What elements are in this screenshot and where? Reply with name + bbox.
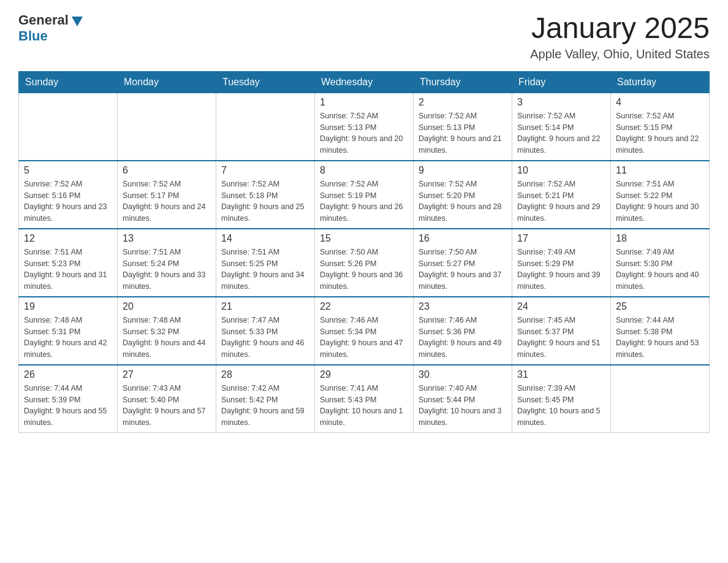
logo-triangle-icon bbox=[70, 14, 84, 28]
calendar-cell: 1Sunrise: 7:52 AMSunset: 5:13 PMDaylight… bbox=[315, 93, 414, 161]
calendar-header-friday: Friday bbox=[512, 71, 611, 93]
day-info: Sunrise: 7:49 AMSunset: 5:30 PMDaylight:… bbox=[616, 247, 704, 293]
calendar-cell bbox=[19, 93, 118, 161]
day-number: 17 bbox=[517, 233, 605, 244]
title-section: January 2025 Apple Valley, Ohio, United … bbox=[530, 12, 710, 61]
day-info: Sunrise: 7:45 AMSunset: 5:37 PMDaylight:… bbox=[517, 315, 605, 361]
day-number: 3 bbox=[517, 97, 605, 108]
day-number: 25 bbox=[616, 301, 704, 312]
calendar-cell: 31Sunrise: 7:39 AMSunset: 5:45 PMDayligh… bbox=[512, 365, 611, 433]
day-info: Sunrise: 7:40 AMSunset: 5:44 PMDaylight:… bbox=[419, 383, 507, 429]
calendar-header-saturday: Saturday bbox=[611, 71, 710, 93]
calendar-header-wednesday: Wednesday bbox=[315, 71, 414, 93]
day-info: Sunrise: 7:39 AMSunset: 5:45 PMDaylight:… bbox=[517, 383, 605, 429]
calendar-cell bbox=[118, 93, 216, 161]
day-info: Sunrise: 7:51 AMSunset: 5:25 PMDaylight:… bbox=[221, 247, 309, 293]
day-info: Sunrise: 7:52 AMSunset: 5:17 PMDaylight:… bbox=[123, 178, 211, 224]
day-info: Sunrise: 7:43 AMSunset: 5:40 PMDaylight:… bbox=[123, 383, 211, 429]
calendar-cell: 15Sunrise: 7:50 AMSunset: 5:26 PMDayligh… bbox=[315, 229, 414, 297]
calendar-cell: 13Sunrise: 7:51 AMSunset: 5:24 PMDayligh… bbox=[118, 229, 216, 297]
day-info: Sunrise: 7:49 AMSunset: 5:29 PMDaylight:… bbox=[517, 247, 605, 293]
day-number: 26 bbox=[24, 369, 112, 380]
day-number: 31 bbox=[517, 369, 605, 380]
calendar-cell bbox=[611, 365, 710, 433]
calendar-cell: 8Sunrise: 7:52 AMSunset: 5:19 PMDaylight… bbox=[315, 161, 414, 229]
day-number: 5 bbox=[24, 165, 112, 176]
calendar-week-row: 5Sunrise: 7:52 AMSunset: 5:16 PMDaylight… bbox=[19, 161, 710, 229]
svg-marker-0 bbox=[72, 17, 83, 26]
calendar-cell: 24Sunrise: 7:45 AMSunset: 5:37 PMDayligh… bbox=[512, 297, 611, 365]
day-info: Sunrise: 7:52 AMSunset: 5:15 PMDaylight:… bbox=[616, 110, 704, 156]
calendar-cell: 3Sunrise: 7:52 AMSunset: 5:14 PMDaylight… bbox=[512, 93, 611, 161]
calendar-cell: 19Sunrise: 7:48 AMSunset: 5:31 PMDayligh… bbox=[19, 297, 118, 365]
calendar-header-thursday: Thursday bbox=[414, 71, 512, 93]
day-info: Sunrise: 7:44 AMSunset: 5:38 PMDaylight:… bbox=[616, 315, 704, 361]
day-info: Sunrise: 7:52 AMSunset: 5:19 PMDaylight:… bbox=[320, 178, 408, 224]
logo: General Blue bbox=[18, 12, 84, 44]
calendar-cell: 20Sunrise: 7:48 AMSunset: 5:32 PMDayligh… bbox=[118, 297, 216, 365]
calendar-cell: 7Sunrise: 7:52 AMSunset: 5:18 PMDaylight… bbox=[216, 161, 315, 229]
day-info: Sunrise: 7:50 AMSunset: 5:27 PMDaylight:… bbox=[419, 247, 507, 293]
calendar-cell: 6Sunrise: 7:52 AMSunset: 5:17 PMDaylight… bbox=[118, 161, 216, 229]
day-number: 16 bbox=[419, 233, 507, 244]
calendar-cell: 5Sunrise: 7:52 AMSunset: 5:16 PMDaylight… bbox=[19, 161, 118, 229]
day-number: 4 bbox=[616, 97, 704, 108]
month-title: January 2025 bbox=[530, 12, 710, 45]
calendar-cell: 26Sunrise: 7:44 AMSunset: 5:39 PMDayligh… bbox=[19, 365, 118, 433]
day-number: 20 bbox=[123, 301, 211, 312]
calendar-header-tuesday: Tuesday bbox=[216, 71, 315, 93]
day-number: 30 bbox=[419, 369, 507, 380]
calendar-cell: 28Sunrise: 7:42 AMSunset: 5:42 PMDayligh… bbox=[216, 365, 315, 433]
day-number: 24 bbox=[517, 301, 605, 312]
day-number: 9 bbox=[419, 165, 507, 176]
day-number: 22 bbox=[320, 301, 408, 312]
calendar-week-row: 1Sunrise: 7:52 AMSunset: 5:13 PMDaylight… bbox=[19, 93, 710, 161]
calendar-table: SundayMondayTuesdayWednesdayThursdayFrid… bbox=[18, 71, 710, 433]
day-info: Sunrise: 7:51 AMSunset: 5:23 PMDaylight:… bbox=[24, 247, 112, 293]
location-subtitle: Apple Valley, Ohio, United States bbox=[530, 47, 710, 61]
calendar-cell: 25Sunrise: 7:44 AMSunset: 5:38 PMDayligh… bbox=[611, 297, 710, 365]
day-info: Sunrise: 7:52 AMSunset: 5:18 PMDaylight:… bbox=[221, 178, 309, 224]
day-info: Sunrise: 7:47 AMSunset: 5:33 PMDaylight:… bbox=[221, 315, 309, 361]
day-number: 27 bbox=[123, 369, 211, 380]
calendar-cell: 29Sunrise: 7:41 AMSunset: 5:43 PMDayligh… bbox=[315, 365, 414, 433]
calendar-cell: 22Sunrise: 7:46 AMSunset: 5:34 PMDayligh… bbox=[315, 297, 414, 365]
logo-blue-text: Blue bbox=[18, 28, 48, 44]
day-info: Sunrise: 7:52 AMSunset: 5:14 PMDaylight:… bbox=[517, 110, 605, 156]
day-info: Sunrise: 7:52 AMSunset: 5:13 PMDaylight:… bbox=[320, 110, 408, 156]
day-number: 14 bbox=[221, 233, 309, 244]
calendar-cell: 30Sunrise: 7:40 AMSunset: 5:44 PMDayligh… bbox=[414, 365, 512, 433]
calendar-cell: 2Sunrise: 7:52 AMSunset: 5:13 PMDaylight… bbox=[414, 93, 512, 161]
day-info: Sunrise: 7:48 AMSunset: 5:32 PMDaylight:… bbox=[123, 315, 211, 361]
calendar-cell bbox=[216, 93, 315, 161]
day-info: Sunrise: 7:51 AMSunset: 5:24 PMDaylight:… bbox=[123, 247, 211, 293]
calendar-week-row: 12Sunrise: 7:51 AMSunset: 5:23 PMDayligh… bbox=[19, 229, 710, 297]
calendar-cell: 14Sunrise: 7:51 AMSunset: 5:25 PMDayligh… bbox=[216, 229, 315, 297]
page-header: General Blue January 2025 Apple Valley, … bbox=[18, 12, 710, 61]
day-number: 12 bbox=[24, 233, 112, 244]
logo-general-text: General bbox=[18, 12, 69, 28]
day-number: 23 bbox=[419, 301, 507, 312]
calendar-header-row: SundayMondayTuesdayWednesdayThursdayFrid… bbox=[19, 71, 710, 93]
day-info: Sunrise: 7:48 AMSunset: 5:31 PMDaylight:… bbox=[24, 315, 112, 361]
calendar-cell: 11Sunrise: 7:51 AMSunset: 5:22 PMDayligh… bbox=[611, 161, 710, 229]
day-number: 8 bbox=[320, 165, 408, 176]
calendar-cell: 12Sunrise: 7:51 AMSunset: 5:23 PMDayligh… bbox=[19, 229, 118, 297]
day-number: 10 bbox=[517, 165, 605, 176]
day-number: 13 bbox=[123, 233, 211, 244]
day-number: 15 bbox=[320, 233, 408, 244]
day-info: Sunrise: 7:46 AMSunset: 5:36 PMDaylight:… bbox=[419, 315, 507, 361]
calendar-cell: 18Sunrise: 7:49 AMSunset: 5:30 PMDayligh… bbox=[611, 229, 710, 297]
day-number: 29 bbox=[320, 369, 408, 380]
day-number: 2 bbox=[419, 97, 507, 108]
day-number: 1 bbox=[320, 97, 408, 108]
day-info: Sunrise: 7:52 AMSunset: 5:13 PMDaylight:… bbox=[419, 110, 507, 156]
day-info: Sunrise: 7:41 AMSunset: 5:43 PMDaylight:… bbox=[320, 383, 408, 429]
day-info: Sunrise: 7:52 AMSunset: 5:21 PMDaylight:… bbox=[517, 178, 605, 224]
calendar-cell: 9Sunrise: 7:52 AMSunset: 5:20 PMDaylight… bbox=[414, 161, 512, 229]
day-info: Sunrise: 7:50 AMSunset: 5:26 PMDaylight:… bbox=[320, 247, 408, 293]
day-number: 11 bbox=[616, 165, 704, 176]
calendar-week-row: 26Sunrise: 7:44 AMSunset: 5:39 PMDayligh… bbox=[19, 365, 710, 433]
day-info: Sunrise: 7:46 AMSunset: 5:34 PMDaylight:… bbox=[320, 315, 408, 361]
day-info: Sunrise: 7:44 AMSunset: 5:39 PMDaylight:… bbox=[24, 383, 112, 429]
